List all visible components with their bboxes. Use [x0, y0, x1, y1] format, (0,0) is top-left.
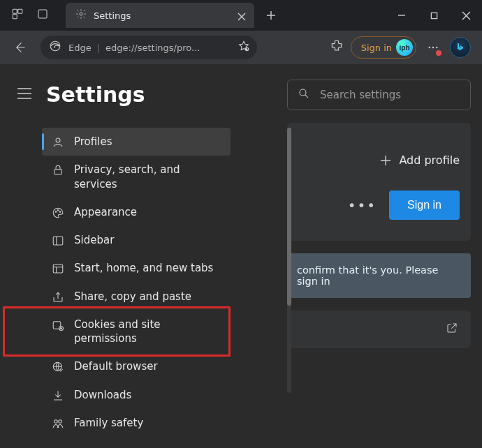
svg-rect-2 [13, 15, 17, 19]
svg-rect-0 [13, 9, 17, 13]
confirm-text: confirm that it's you. Please sign in [297, 264, 438, 287]
nav-scrollbar[interactable] [287, 128, 291, 393]
svg-rect-16 [53, 237, 63, 245]
download-icon [52, 389, 64, 402]
close-window-button[interactable] [450, 0, 482, 31]
svg-point-4 [80, 13, 82, 15]
profile-icon [52, 136, 64, 149]
edge-logo-icon [49, 40, 61, 55]
more-menu-button[interactable] [423, 38, 443, 57]
share-icon [52, 291, 64, 304]
profile-row: ••• Sign in [298, 184, 460, 228]
profile-card: Add profile ••• Sign in [287, 123, 471, 241]
address-product: Edge [68, 43, 92, 53]
sign-in-label: Sign in [361, 43, 392, 53]
settings-main: Add profile ••• Sign in confirm that it'… [276, 64, 482, 448]
extensions-icon[interactable] [330, 39, 344, 56]
nav-item-label: Cookies and site permissions [74, 318, 222, 346]
palette-icon [52, 207, 64, 219]
gear-icon [75, 8, 87, 22]
svg-rect-1 [18, 9, 22, 13]
nav-item-label: Sidebar [74, 233, 114, 247]
search-icon [298, 87, 310, 103]
external-link-icon [446, 322, 458, 337]
svg-point-10 [436, 47, 437, 48]
more-options-icon[interactable]: ••• [348, 197, 377, 214]
title-bar: Settings [0, 0, 482, 31]
new-tab-button[interactable] [260, 4, 282, 27]
layout-icon [52, 262, 64, 275]
nav-item-sidebar[interactable]: Sidebar [42, 226, 231, 254]
svg-point-9 [432, 47, 434, 48]
toolbar: Edge | edge://settings/pro... Sign in ip… [0, 31, 482, 64]
window-controls [386, 0, 482, 31]
nav-item-share-copy-and-paste[interactable]: Share, copy and paste [42, 283, 231, 311]
cookies-icon [52, 319, 64, 331]
title-left-icons [0, 8, 60, 23]
avatar: iph [396, 39, 413, 56]
nav-item-label: Start, home, and new tabs [74, 261, 213, 275]
tab-settings[interactable]: Settings [66, 3, 254, 28]
maximize-button[interactable] [418, 0, 450, 31]
add-profile-label: Add profile [399, 154, 460, 167]
scrollbar-thumb[interactable] [287, 128, 291, 306]
nav-item-label: Privacy, search, and services [74, 163, 222, 191]
svg-point-14 [57, 209, 59, 211]
svg-rect-12 [54, 170, 62, 175]
sync-card[interactable] [287, 311, 471, 348]
confirm-banner: confirm that it's you. Please sign in [287, 253, 471, 298]
svg-point-23 [300, 89, 306, 96]
svg-rect-18 [53, 322, 61, 329]
close-tab-icon[interactable] [238, 10, 247, 20]
svg-rect-17 [53, 264, 63, 273]
settings-sidebar: Settings ProfilesPrivacy, search, and se… [0, 64, 276, 448]
settings-header: Settings [0, 82, 276, 107]
workspaces-icon[interactable] [11, 8, 24, 23]
lock-icon [52, 164, 64, 177]
svg-rect-5 [431, 13, 437, 18]
alert-badge-icon [436, 50, 441, 56]
tab-title: Settings [94, 10, 131, 21]
tab-actions-icon[interactable] [36, 8, 49, 23]
toolbar-right: Sign in iph [330, 36, 475, 59]
page-title: Settings [46, 82, 145, 107]
sign-in-pill[interactable]: Sign in iph [351, 36, 416, 59]
nav-item-privacy-search-and-services[interactable]: Privacy, search, and services [42, 156, 231, 198]
nav-item-profiles[interactable]: Profiles [42, 128, 231, 156]
nav-item-label: Default browser [74, 359, 158, 373]
svg-point-11 [56, 138, 60, 142]
nav-item-label: Downloads [74, 388, 131, 402]
settings-search[interactable] [287, 80, 471, 110]
back-button[interactable] [7, 35, 32, 60]
nav-item-label: Family safety [74, 416, 143, 430]
favorite-star-icon[interactable] [238, 40, 250, 55]
content: Settings ProfilesPrivacy, search, and se… [0, 64, 482, 448]
nav-item-label: Share, copy and paste [74, 290, 191, 304]
sidebar-icon [52, 234, 64, 247]
address-bar[interactable]: Edge | edge://settings/pro... [41, 36, 257, 59]
minimize-button[interactable] [386, 0, 418, 31]
family-icon [52, 417, 64, 430]
settings-nav-list: ProfilesPrivacy, search, and servicesApp… [42, 128, 231, 437]
globe-check-icon [52, 361, 64, 373]
svg-point-13 [55, 211, 57, 213]
sign-in-button[interactable]: Sign in [389, 191, 460, 220]
nav-item-start-home-and-new-tabs[interactable]: Start, home, and new tabs [42, 254, 231, 282]
svg-rect-3 [38, 10, 47, 18]
search-input[interactable] [320, 89, 460, 101]
nav-item-downloads[interactable]: Downloads [42, 381, 231, 409]
nav-item-family-safety[interactable]: Family safety [42, 409, 231, 437]
bing-chat-button[interactable] [450, 37, 471, 58]
svg-point-21 [54, 420, 58, 424]
menu-icon[interactable] [17, 87, 32, 103]
svg-point-8 [429, 47, 430, 48]
nav-item-appearance[interactable]: Appearance [42, 198, 231, 226]
address-url: edge://settings/pro... [105, 43, 200, 53]
nav-item-cookies-and-site-permissions[interactable]: Cookies and site permissions [42, 311, 231, 353]
nav-wrapper: ProfilesPrivacy, search, and servicesApp… [42, 128, 276, 437]
nav-item-label: Appearance [74, 205, 137, 219]
nav-item-default-browser[interactable]: Default browser [42, 352, 231, 380]
address-text: Edge | edge://settings/pro... [68, 43, 200, 53]
nav-item-label: Profiles [74, 135, 112, 149]
add-profile-button[interactable]: Add profile [379, 154, 460, 167]
